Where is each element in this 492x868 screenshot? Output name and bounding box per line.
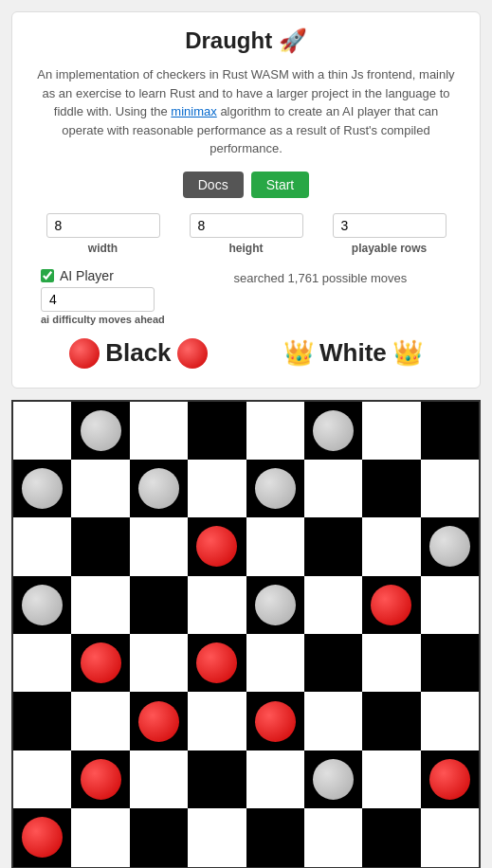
board-cell[interactable] xyxy=(71,808,129,866)
gray-piece[interactable] xyxy=(255,585,296,625)
minimax-link[interactable]: minimax xyxy=(171,104,216,118)
start-button[interactable]: Start xyxy=(251,172,310,198)
board-cell[interactable] xyxy=(362,750,420,808)
gray-piece[interactable] xyxy=(313,759,354,800)
board-cell[interactable] xyxy=(13,634,71,692)
board-cell[interactable] xyxy=(246,634,304,692)
board-cell[interactable] xyxy=(362,692,420,750)
board-cell[interactable] xyxy=(130,692,188,750)
red-piece[interactable] xyxy=(255,701,296,742)
red-piece[interactable] xyxy=(22,817,63,858)
board-cell[interactable] xyxy=(304,692,362,750)
gray-piece[interactable] xyxy=(22,468,63,509)
width-input[interactable] xyxy=(46,213,160,238)
ai-player-label[interactable]: AI Player xyxy=(41,268,114,283)
playable-rows-input[interactable] xyxy=(333,213,446,238)
board-cell[interactable] xyxy=(130,576,188,634)
board-cell[interactable] xyxy=(362,808,420,866)
width-group: width xyxy=(46,213,160,255)
board-cell[interactable] xyxy=(304,517,362,575)
height-input[interactable] xyxy=(190,213,303,238)
top-panel: Draught 🚀 An implementation of checkers … xyxy=(11,11,481,389)
board-cell[interactable] xyxy=(362,517,420,575)
board-cell[interactable] xyxy=(421,460,479,517)
board-cell[interactable] xyxy=(71,402,129,460)
board-cell[interactable] xyxy=(362,402,420,460)
board-cell[interactable] xyxy=(304,460,362,517)
board-cell[interactable] xyxy=(362,576,420,634)
board-cell[interactable] xyxy=(13,460,71,517)
board-cell[interactable] xyxy=(246,460,304,517)
red-piece[interactable] xyxy=(196,526,237,567)
board-cell[interactable] xyxy=(188,634,246,692)
board-cell[interactable] xyxy=(130,750,188,808)
gray-piece[interactable] xyxy=(313,410,354,451)
board-cell[interactable] xyxy=(246,808,304,866)
red-piece[interactable] xyxy=(371,585,411,625)
board-cell[interactable] xyxy=(246,750,304,808)
board-cell[interactable] xyxy=(304,634,362,692)
board-cell[interactable] xyxy=(188,808,246,866)
board-cell[interactable] xyxy=(188,517,246,575)
board-cell[interactable] xyxy=(304,750,362,808)
board-cell[interactable] xyxy=(13,808,71,866)
board-cell[interactable] xyxy=(421,692,479,750)
board-cell[interactable] xyxy=(71,517,129,575)
board-cell[interactable] xyxy=(130,402,188,460)
board-cell[interactable] xyxy=(421,808,479,866)
board-container xyxy=(11,400,481,869)
board-cell[interactable] xyxy=(421,402,479,460)
board-cell[interactable] xyxy=(246,576,304,634)
board-cell[interactable] xyxy=(71,750,129,808)
checkerboard[interactable] xyxy=(11,400,481,869)
board-cell[interactable] xyxy=(421,750,479,808)
white-player: 👑 White 👑 xyxy=(283,338,423,368)
board-cell[interactable] xyxy=(246,402,304,460)
red-piece[interactable] xyxy=(81,759,121,800)
app-description: An implementation of checkers in Rust WA… xyxy=(31,65,461,158)
board-cell[interactable] xyxy=(130,460,188,517)
board-cell[interactable] xyxy=(188,576,246,634)
board-cell[interactable] xyxy=(421,634,479,692)
ai-player-checkbox[interactable] xyxy=(41,269,54,282)
board-cell[interactable] xyxy=(246,692,304,750)
gray-piece[interactable] xyxy=(138,468,179,509)
board-cell[interactable] xyxy=(13,692,71,750)
gray-piece[interactable] xyxy=(81,410,121,451)
board-cell[interactable] xyxy=(304,808,362,866)
board-cell[interactable] xyxy=(13,402,71,460)
board-cell[interactable] xyxy=(71,460,129,517)
app-title: Draught 🚀 xyxy=(31,27,461,54)
board-cell[interactable] xyxy=(130,634,188,692)
board-cell[interactable] xyxy=(188,692,246,750)
docs-button[interactable]: Docs xyxy=(183,172,244,198)
board-cell[interactable] xyxy=(71,692,129,750)
board-cell[interactable] xyxy=(130,808,188,866)
board-cell[interactable] xyxy=(130,517,188,575)
gray-piece[interactable] xyxy=(255,468,296,509)
board-cell[interactable] xyxy=(71,576,129,634)
board-cell[interactable] xyxy=(188,750,246,808)
board-cell[interactable] xyxy=(362,460,420,517)
board-cell[interactable] xyxy=(13,750,71,808)
red-piece[interactable] xyxy=(429,759,470,800)
board-cell[interactable] xyxy=(304,576,362,634)
board-cell[interactable] xyxy=(71,634,129,692)
board-cell[interactable] xyxy=(246,517,304,575)
board-cell[interactable] xyxy=(362,634,420,692)
ai-difficulty-input[interactable] xyxy=(41,287,155,312)
red-piece[interactable] xyxy=(138,701,179,742)
board-cell[interactable] xyxy=(188,460,246,517)
board-cell[interactable] xyxy=(188,402,246,460)
board-cell[interactable] xyxy=(13,576,71,634)
ai-difficulty-sublabel: ai difficulty moves ahead xyxy=(41,314,165,325)
red-piece[interactable] xyxy=(196,642,237,683)
red-piece[interactable] xyxy=(81,642,121,683)
board-cell[interactable] xyxy=(421,517,479,575)
playable-rows-label: playable rows xyxy=(352,242,427,255)
board-cell[interactable] xyxy=(13,517,71,575)
board-cell[interactable] xyxy=(304,402,362,460)
board-cell[interactable] xyxy=(421,576,479,634)
gray-piece[interactable] xyxy=(429,526,470,567)
gray-piece[interactable] xyxy=(22,585,63,625)
